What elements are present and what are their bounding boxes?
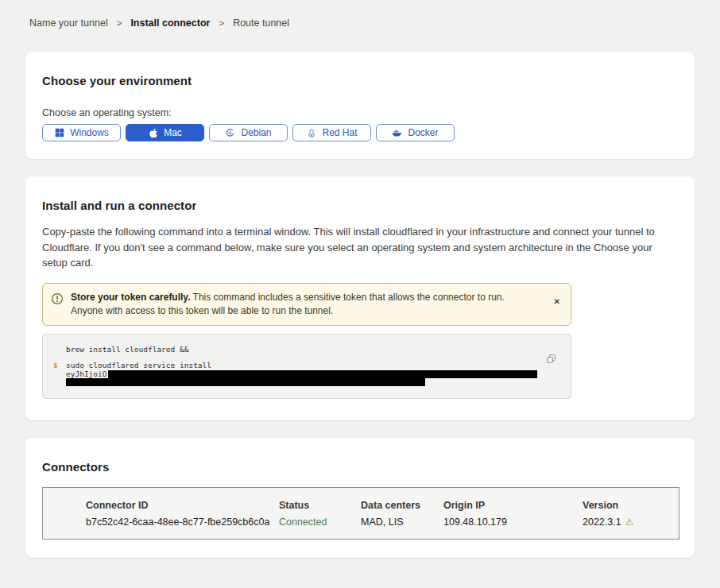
code-line-4 [53, 378, 536, 387]
prompt-gutter [53, 378, 66, 387]
os-button-label: Mac [164, 127, 182, 138]
warning-triangle-icon[interactable]: ⚠ [625, 517, 634, 527]
prompt-gutter [53, 346, 66, 354]
col-status: Status [279, 500, 361, 511]
cell-origin-ip: 109.48.10.179 [443, 516, 583, 528]
os-button-label: Windows [70, 127, 109, 138]
code-line-3: eyJhIjoiO [53, 370, 536, 379]
alert-text: Store your token carefully. This command… [71, 291, 539, 318]
col-version: Version [583, 500, 679, 511]
redhat-icon [306, 128, 316, 138]
token-warning-alert: Store your token carefully. This command… [42, 283, 571, 326]
code-line-1: brew install cloudflared && [53, 346, 536, 354]
dollar-prompt: $ [53, 362, 66, 370]
os-button-label: Debian [241, 127, 271, 138]
breadcrumb-separator: > [117, 18, 122, 28]
code-text: brew install cloudflared && [66, 346, 188, 354]
docker-icon [392, 128, 402, 138]
token-prefix: eyJhIjoiO [66, 370, 106, 379]
breadcrumb-route-tunnel[interactable]: Route tunnel [233, 17, 289, 29]
cell-version: 2022.3.1 ⚠ [583, 516, 679, 528]
connectors-table: Connector ID Status Data centers Origin … [42, 487, 679, 540]
os-button-group: Windows Mac Debian Red Hat [42, 124, 678, 141]
copy-icon[interactable] [546, 354, 556, 366]
install-command-codeblock[interactable]: brew install cloudflared && $ sudo cloud… [42, 334, 571, 399]
apple-icon [148, 128, 158, 138]
col-connector-id: Connector ID [86, 500, 279, 511]
install-description: Copy-paste the following command into a … [42, 224, 678, 271]
os-button-label: Red Hat [322, 127, 357, 138]
os-button-label: Docker [408, 127, 438, 138]
connectors-title: Connectors [42, 460, 678, 474]
tunnel-setup-page: Name your tunnel > Install connector > R… [0, 0, 720, 588]
status-badge: Connected [279, 516, 361, 528]
alert-title: Store your token carefully. [71, 292, 191, 303]
install-connector-card: Install and run a connector Copy-paste t… [25, 176, 695, 420]
install-connector-title: Install and run a connector [42, 199, 678, 212]
alert-circle-icon [51, 292, 64, 318]
os-button-redhat[interactable]: Red Hat [292, 124, 371, 141]
debian-icon [225, 128, 235, 138]
redacted-token-bar [108, 370, 537, 378]
code-line-2: $ sudo cloudflared service install [53, 362, 536, 370]
table-row: b7c52c42-6caa-48ee-8c77-fbe259cb6c0a Con… [86, 516, 679, 528]
col-data-centers: Data centers [361, 500, 443, 511]
breadcrumb: Name your tunnel > Install connector > R… [25, 17, 695, 29]
table-header-row: Connector ID Status Data centers Origin … [86, 500, 679, 511]
close-icon[interactable]: ✕ [554, 297, 560, 306]
col-origin-ip: Origin IP [443, 500, 583, 511]
windows-icon [54, 128, 64, 138]
cell-connector-id: b7c52c42-6caa-48ee-8c77-fbe259cb6c0a [86, 516, 279, 528]
choose-environment-title: Choose your environment [42, 74, 678, 87]
redacted-token-bar [66, 378, 425, 386]
os-button-debian[interactable]: Debian [209, 124, 288, 141]
os-button-docker[interactable]: Docker [376, 124, 455, 141]
connectors-card: Connectors Connector ID Status Data cent… [25, 438, 695, 558]
os-select-label: Choose an operating system: [42, 107, 678, 118]
breadcrumb-name-your-tunnel[interactable]: Name your tunnel [29, 17, 108, 29]
version-text: 2022.3.1 [583, 516, 621, 528]
breadcrumb-separator: > [219, 18, 224, 28]
os-button-mac[interactable]: Mac [126, 124, 204, 141]
cell-data-centers: MAD, LIS [361, 516, 443, 528]
breadcrumb-install-connector[interactable]: Install connector [130, 17, 210, 29]
os-button-windows[interactable]: Windows [42, 124, 121, 141]
choose-environment-card: Choose your environment Choose an operat… [25, 52, 695, 159]
code-text: sudo cloudflared service install [66, 362, 211, 370]
